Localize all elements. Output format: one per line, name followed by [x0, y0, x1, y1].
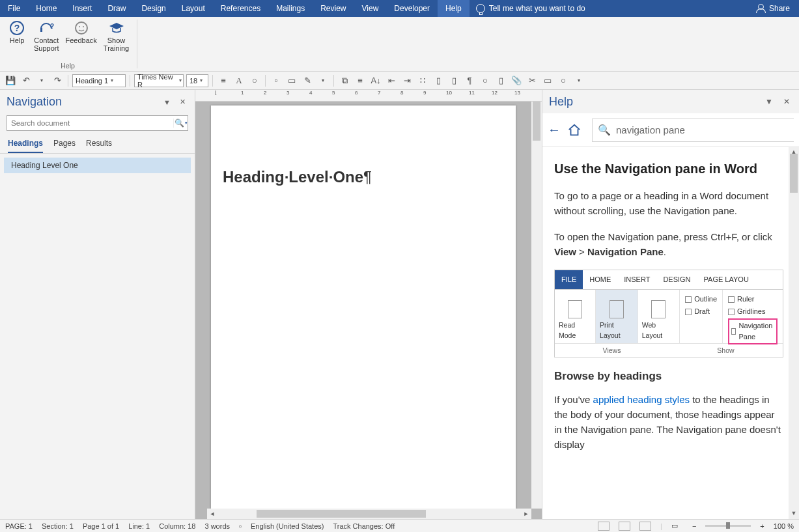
indent2-icon[interactable]: ⇥ — [400, 74, 414, 87]
home-icon[interactable] — [567, 123, 582, 137]
status-page[interactable]: PAGE: 1 — [5, 522, 33, 530]
tab-layout[interactable]: Layout — [174, 0, 213, 17]
nav-search-box[interactable]: 🔍▾ — [7, 115, 188, 131]
print-layout-view-icon[interactable] — [619, 522, 630, 531]
image-icon[interactable]: ▭ — [285, 74, 298, 87]
contact-support-button[interactable]: ? Contact Support — [31, 18, 62, 53]
indent-icon[interactable]: ≡ — [217, 74, 230, 87]
dropdown-icon[interactable]: ▾ — [316, 74, 329, 87]
circle-icon[interactable]: ○ — [248, 74, 261, 87]
status-page-of[interactable]: Page 1 of 1 — [83, 522, 119, 530]
back-arrow-icon[interactable]: ← — [548, 122, 561, 137]
zoom-out-button[interactable]: − — [692, 522, 696, 530]
show-training-button[interactable]: Show Training — [101, 18, 132, 53]
tab-references[interactable]: References — [213, 0, 268, 17]
scrollbar-thumb[interactable] — [790, 154, 798, 193]
tab-design[interactable]: Design — [133, 0, 173, 17]
attach-icon[interactable]: 📎 — [510, 74, 523, 87]
style-combo[interactable]: Heading 1▾ — [72, 74, 126, 87]
shape-icon[interactable]: ○ — [557, 74, 570, 87]
nav-close-button[interactable]: ✕ — [177, 96, 188, 107]
doc-icon[interactable]: ▯ — [447, 74, 460, 87]
nav-tab-results[interactable]: Results — [86, 139, 112, 153]
scroll-right-arrow-icon[interactable]: ► — [521, 509, 531, 519]
horizontal-ruler[interactable]: ⌊ 123 456 789 10111213 — [195, 90, 542, 102]
new-doc-icon[interactable]: ▯ — [494, 74, 507, 87]
horizontal-scrollbar[interactable]: ◄ ► — [207, 509, 531, 519]
cut-icon[interactable]: ✂ — [526, 74, 539, 87]
nav-options-dropdown[interactable]: ▼ — [161, 97, 173, 107]
tab-help[interactable]: Help — [438, 0, 470, 17]
undo-dropdown-icon[interactable]: ▾ — [35, 74, 48, 87]
tab-file[interactable]: File — [0, 0, 28, 17]
vertical-scrollbar[interactable] — [531, 102, 542, 509]
document-heading-text[interactable]: Heading·Level·One¶ — [223, 169, 372, 186]
tab-developer[interactable]: Developer — [386, 0, 438, 17]
tab-review[interactable]: Review — [313, 0, 354, 17]
scroll-down-arrow-icon[interactable]: ▼ — [789, 509, 799, 519]
article-subheading: Browse by headings — [554, 368, 783, 385]
nav-heading-item[interactable]: Heading Level One — [4, 158, 191, 173]
tell-me-search[interactable]: Tell me what you want to do — [470, 4, 592, 13]
spacing-icon[interactable]: ≡ — [354, 74, 367, 87]
ribbon-body: ? Help ? Contact Support Feedback — [0, 17, 799, 72]
zoom-slider-handle[interactable] — [726, 522, 730, 529]
help-article[interactable]: ▲ ▼ Use the Navigation pane in Word To g… — [542, 147, 799, 519]
help-close-button[interactable]: ✕ — [781, 97, 792, 106]
redo-icon[interactable]: ↷ — [51, 74, 64, 87]
tab-view[interactable]: View — [354, 0, 387, 17]
font-icon[interactable]: A — [232, 74, 245, 87]
status-track-changes[interactable]: Track Changes: Off — [333, 522, 395, 530]
help-search-box[interactable]: 🔍 navigation pane — [592, 119, 794, 142]
sort-icon[interactable]: A↓ — [369, 74, 382, 87]
read-mode-view-icon[interactable] — [598, 522, 610, 531]
scrollbar-thumb[interactable] — [257, 510, 426, 518]
overflow-icon[interactable]: ▾ — [572, 74, 585, 87]
feedback-button[interactable]: Feedback — [63, 18, 100, 53]
tab-draw[interactable]: Draw — [100, 0, 133, 17]
zoom-level[interactable]: 100 % — [774, 522, 794, 530]
scrollbar-thumb[interactable] — [533, 102, 540, 141]
help-options-dropdown[interactable]: ▼ — [763, 97, 776, 106]
tab-insert[interactable]: Insert — [64, 0, 100, 17]
zoom-slider[interactable] — [705, 525, 751, 527]
copy-icon[interactable]: ⧉ — [338, 74, 351, 87]
focus-view-icon[interactable]: ▭ — [671, 522, 683, 531]
illus-print-layout: Print Layout — [596, 290, 638, 343]
status-column[interactable]: Column: 18 — [159, 522, 195, 530]
search-icon[interactable]: 🔍▾ — [173, 119, 188, 128]
status-line[interactable]: Line: 1 — [128, 522, 150, 530]
share-button[interactable]: Share — [756, 4, 799, 13]
pilcrow-icon[interactable]: ¶ — [463, 74, 476, 87]
paste-icon[interactable]: ▭ — [541, 74, 554, 87]
status-proof-icon[interactable]: ▫ — [239, 522, 242, 530]
zoom-in-button[interactable]: + — [760, 522, 764, 530]
undo-icon[interactable]: ↶ — [20, 74, 33, 87]
web-layout-view-icon[interactable] — [639, 522, 651, 531]
help-scrollbar[interactable]: ▲ ▼ — [789, 147, 799, 519]
scroll-left-arrow-icon[interactable]: ◄ — [207, 509, 217, 519]
graduation-cap-icon — [108, 20, 125, 36]
tab-mailings[interactable]: Mailings — [268, 0, 313, 17]
status-language[interactable]: English (United States) — [251, 522, 324, 530]
nav-tab-headings[interactable]: Headings — [8, 139, 43, 153]
help-button[interactable]: ? Help — [4, 18, 30, 53]
nav-search-input[interactable] — [7, 119, 173, 127]
document-page[interactable]: Heading·Level·One¶ — [211, 105, 516, 509]
status-words[interactable]: 3 words — [204, 522, 230, 530]
bullets-icon[interactable]: ∷ — [416, 74, 429, 87]
page-icon[interactable]: ▫ — [270, 74, 283, 87]
outdent-icon[interactable]: ⇤ — [385, 74, 398, 87]
font-size-combo[interactable]: 18▾ — [186, 74, 208, 87]
document-viewport[interactable]: Heading·Level·One¶ — [195, 102, 542, 519]
illus-show-options: Ruler Gridlines Navigation Pane — [723, 290, 783, 343]
font-combo[interactable]: Times New R▾ — [134, 74, 184, 87]
nav-tab-pages[interactable]: Pages — [53, 139, 76, 153]
save-icon[interactable]: 💾 — [4, 74, 17, 87]
record-icon[interactable]: ○ — [479, 74, 492, 87]
tab-home[interactable]: Home — [28, 0, 64, 17]
page2-icon[interactable]: ▯ — [432, 74, 445, 87]
highlight-icon[interactable]: ✎ — [301, 74, 314, 87]
article-link-heading-styles[interactable]: applied heading styles — [593, 394, 690, 405]
status-section[interactable]: Section: 1 — [42, 522, 74, 530]
